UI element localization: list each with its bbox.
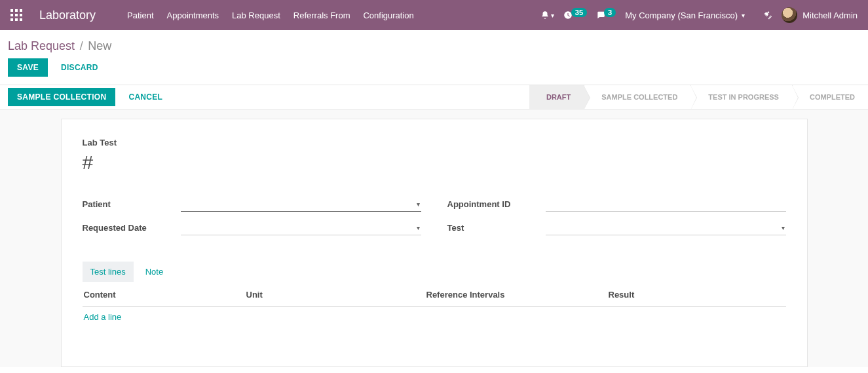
add-line-link[interactable]: Add a line (83, 307, 123, 327)
form-sheet: Lab Test # Patient ▾ Appointment ID Requ… (61, 119, 808, 367)
company-name: My Company (San Francisco) (625, 10, 738, 20)
menu-referrals-from[interactable]: Referrals From (293, 10, 350, 20)
col-unit: Unit (246, 290, 426, 300)
col-reference-intervals: Reference Intervals (426, 290, 609, 300)
patient-label: Patient (83, 199, 181, 209)
field-appointment-id: Appointment ID (447, 196, 786, 212)
breadcrumb-root[interactable]: Lab Request (8, 39, 75, 52)
breadcrumb-separator: / (80, 39, 83, 52)
stage-completed[interactable]: COMPLETED (792, 85, 868, 109)
chevron-down-icon: ▾ (551, 12, 554, 19)
form-fields: Patient ▾ Appointment ID Requested Date … (83, 196, 786, 235)
apps-icon[interactable] (10, 9, 22, 21)
requested-date-label: Requested Date (83, 223, 181, 233)
status-stages: DRAFT SAMPLE COLLECTED TEST IN PROGRESS … (529, 85, 868, 109)
status-bar: SAMPLE COLLECTION CANCEL DRAFT SAMPLE CO… (0, 85, 868, 109)
form-actions: SAVE DISCARD (0, 58, 868, 85)
sample-collection-button[interactable]: SAMPLE COLLECTION (8, 88, 115, 106)
company-selector[interactable]: My Company (San Francisco) ▾ (625, 10, 745, 20)
menu-lab-request[interactable]: Lab Request (232, 10, 280, 20)
user-name: Mitchell Admin (802, 10, 858, 20)
nav-right: ▾ 35 3 My Company (San Francisco) ▾ Mitc… (540, 7, 858, 23)
discard-button[interactable]: DISCARD (61, 63, 98, 72)
appointment-id-label: Appointment ID (447, 199, 546, 209)
test-input[interactable] (546, 220, 786, 235)
form-sheet-bg: Lab Test # Patient ▾ Appointment ID Requ… (0, 109, 868, 367)
messages-icon[interactable]: 3 (596, 10, 616, 20)
avatar (782, 7, 797, 23)
appointment-id-input[interactable] (546, 196, 786, 212)
field-requested-date: Requested Date ▾ (83, 220, 421, 235)
activities-icon[interactable]: 35 (563, 10, 587, 20)
col-result: Result (609, 290, 785, 300)
user-menu[interactable]: Mitchell Admin (782, 7, 858, 23)
stage-sample-collected[interactable]: SAMPLE COLLECTED (584, 85, 690, 109)
menu-appointments[interactable]: Appointments (167, 10, 219, 20)
lab-test-value: # (83, 151, 786, 174)
requested-date-input[interactable] (181, 220, 421, 235)
menu-patient[interactable]: Patient (127, 10, 153, 20)
breadcrumb-current: New (88, 39, 111, 52)
notifications-icon[interactable]: ▾ (540, 10, 554, 20)
cancel-button[interactable]: CANCEL (128, 92, 162, 102)
tab-test-lines[interactable]: Test lines (83, 262, 134, 282)
top-nav: Laboratory Patient Appointments Lab Requ… (0, 0, 868, 30)
breadcrumb: Lab Request / New (0, 30, 868, 58)
activities-badge: 35 (571, 8, 587, 17)
field-test: Test ▾ (447, 220, 786, 235)
stage-test-in-progress[interactable]: TEST IN PROGRESS (690, 85, 792, 109)
stage-draft[interactable]: DRAFT (529, 85, 584, 109)
menu-configuration[interactable]: Configuration (363, 10, 413, 20)
col-content: Content (84, 290, 246, 300)
patient-input[interactable] (181, 196, 421, 212)
main-menu: Patient Appointments Lab Request Referra… (127, 10, 414, 20)
app-brand: Laboratory (39, 9, 96, 22)
debug-icon[interactable] (754, 10, 772, 20)
save-button[interactable]: SAVE (8, 58, 48, 77)
messages-badge: 3 (604, 8, 616, 17)
tab-note[interactable]: Note (138, 262, 171, 282)
test-label: Test (447, 223, 546, 233)
field-patient: Patient ▾ (83, 196, 421, 212)
sheet-tabs: Test lines Note (83, 262, 786, 282)
chevron-down-icon: ▾ (742, 12, 745, 19)
lab-test-label: Lab Test (83, 138, 786, 147)
table-header: Content Unit Reference Intervals Result (83, 282, 786, 307)
